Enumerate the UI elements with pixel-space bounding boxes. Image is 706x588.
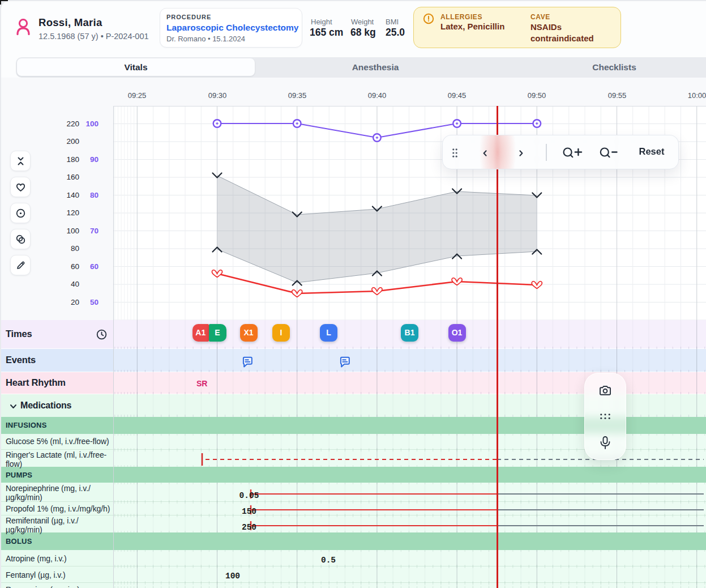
svg-text:0.5: 0.5: [321, 556, 336, 565]
svg-text:150: 150: [242, 507, 256, 516]
svg-text:0.05: 0.05: [239, 491, 259, 500]
svg-text:100: 100: [225, 572, 240, 581]
svg-text:250: 250: [242, 523, 256, 532]
